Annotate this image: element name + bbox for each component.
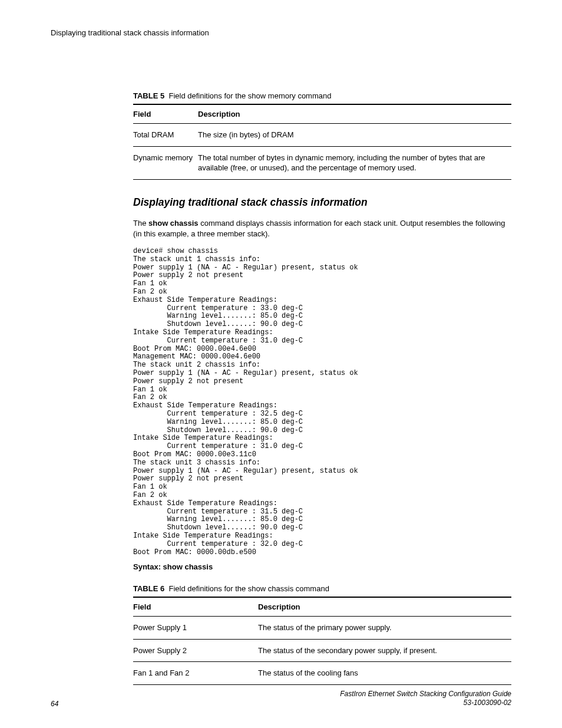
- table6-caption: TABLE 6 Field definitions for the show c…: [133, 584, 511, 593]
- table6-header-row: Field Description: [133, 597, 511, 617]
- table-row: Dynamic memory The total number of bytes…: [133, 146, 511, 179]
- table5-col1-header: Field: [133, 104, 198, 124]
- table6: Field Description Power Supply 1 The sta…: [133, 597, 511, 685]
- doc-title-line1: FastIron Ethernet Switch Stacking Config…: [340, 690, 511, 698]
- table6-r2-field: Fan 1 and Fan 2: [133, 662, 258, 685]
- doc-title-footer: FastIron Ethernet Switch Stacking Config…: [340, 690, 511, 708]
- table5-caption-text: Field definitions for the show memory co…: [168, 91, 331, 100]
- table6-caption-prefix: TABLE 6: [133, 584, 164, 593]
- para-command: show chassis: [148, 219, 199, 228]
- page-footer: 64 FastIron Ethernet Switch Stacking Con…: [51, 690, 511, 708]
- table5-caption-prefix: TABLE 5: [133, 91, 164, 100]
- table6-col2-header: Description: [258, 597, 511, 617]
- table6-r0-desc: The status of the primary power supply.: [258, 617, 511, 640]
- syntax-line: Syntax: show chassis: [133, 562, 511, 571]
- table6-r0-field: Power Supply 1: [133, 617, 258, 640]
- running-header: Displaying traditional stack chassis inf…: [51, 28, 511, 37]
- table5-r0-desc: The size (in bytes) of DRAM: [198, 124, 511, 147]
- table5-r1-desc: The total number of bytes in dynamic mem…: [198, 146, 511, 179]
- table-row: Fan 1 and Fan 2 The status of the coolin…: [133, 662, 511, 685]
- table5-r0-field: Total DRAM: [133, 124, 198, 147]
- table6-caption-text: Field definitions for the show chassis c…: [168, 584, 329, 593]
- table5-header-row: Field Description: [133, 104, 511, 124]
- table6-r1-field: Power Supply 2: [133, 639, 258, 662]
- section-heading-chassis: Displaying traditional stack chassis inf…: [133, 196, 511, 209]
- table6-r1-desc: The status of the secondary power supply…: [258, 639, 511, 662]
- table5: Field Description Total DRAM The size (i…: [133, 104, 511, 180]
- show-chassis-output: device# show chassis The stack unit 1 ch…: [133, 248, 511, 556]
- table5-r1-field: Dynamic memory: [133, 146, 198, 179]
- table-row: Power Supply 2 The status of the seconda…: [133, 639, 511, 662]
- table-row: Total DRAM The size (in bytes) of DRAM: [133, 124, 511, 147]
- table-row: Power Supply 1 The status of the primary…: [133, 617, 511, 640]
- doc-title-line2: 53-1003090-02: [464, 699, 511, 707]
- table6-r2-desc: The status of the cooling fans: [258, 662, 511, 685]
- table6-col1-header: Field: [133, 597, 258, 617]
- para-prefix: The: [133, 219, 148, 228]
- page-number: 64: [51, 700, 58, 708]
- table5-col2-header: Description: [198, 104, 511, 124]
- section-paragraph: The show chassis command displays chassi…: [133, 218, 511, 239]
- table5-caption: TABLE 5 Field definitions for the show m…: [133, 91, 511, 100]
